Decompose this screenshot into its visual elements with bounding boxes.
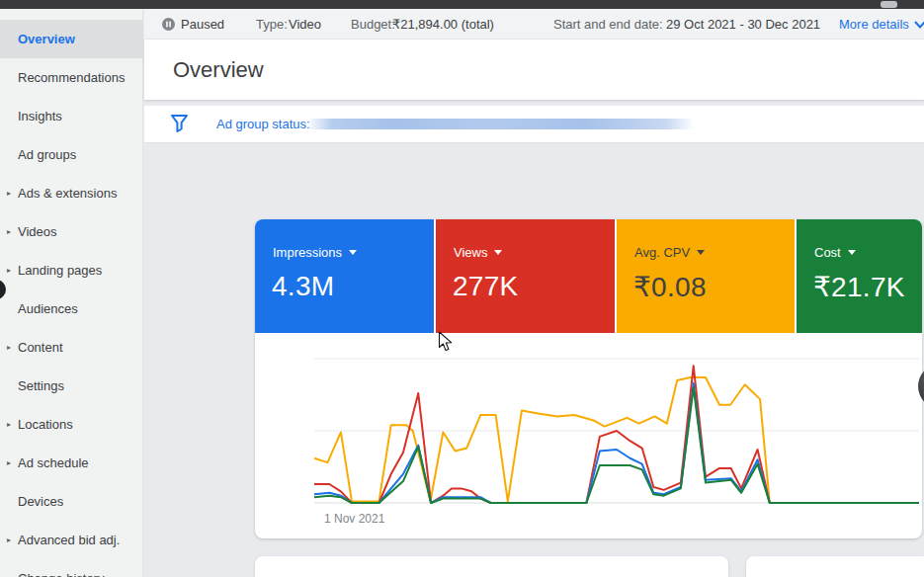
chevron-down-icon	[494, 250, 502, 255]
sidebar-item-overview[interactable]: Overview	[0, 20, 143, 58]
filter-value-redacted[interactable]	[309, 119, 693, 129]
sidebar-item-insights[interactable]: Insights	[0, 97, 143, 135]
sidebar-item-label: Devices	[18, 494, 63, 509]
budget-label: Budget:	[351, 17, 395, 32]
sidebar-item-label: Ad schedule	[18, 455, 89, 470]
sidebar: OverviewRecommendationsInsightsAd groups…	[0, 9, 143, 577]
sidebar-item-label: Landing pages	[18, 263, 102, 278]
type-label: Type:	[256, 17, 288, 32]
date-range-value: 29 Oct 2021 - 30 Dec 2021	[666, 17, 820, 32]
chart-line-avg-cpv	[314, 377, 919, 503]
page-title: Overview	[173, 57, 264, 83]
chart-plot	[314, 359, 919, 503]
bottom-card-right	[746, 556, 924, 577]
sidebar-item-label: Locations	[18, 417, 73, 432]
window-top-bar	[0, 0, 924, 9]
sidebar-item-advanced-bid-adj[interactable]: ▸Advanced bid adj.	[0, 521, 143, 559]
mouse-cursor-icon	[438, 331, 453, 352]
scorecard-value: 4.3M	[272, 271, 334, 302]
chevron-right-icon[interactable]: ▸	[7, 189, 11, 198]
scorecard-value: ₹21.7K	[813, 271, 905, 303]
scorecard-label: Views	[454, 245, 487, 260]
chevron-right-icon[interactable]: ▸	[7, 536, 11, 544]
sidebar-item-videos[interactable]: ▸Videos	[0, 212, 143, 251]
sidebar-item-label: Ad groups	[18, 147, 76, 162]
overview-chart	[314, 359, 919, 503]
chart-area: 1 Nov 2021	[255, 333, 922, 538]
chevron-right-icon[interactable]: ▸	[7, 227, 11, 236]
sidebar-item-landing-pages[interactable]: ▸Landing pages	[0, 251, 143, 289]
sidebar-item-label: Advanced bid adj.	[18, 533, 120, 547]
scorecard-value: 277K	[453, 271, 519, 302]
scorecard-metric-selector[interactable]: Impressions	[273, 245, 357, 260]
filter-label[interactable]: Ad group status:	[216, 117, 310, 131]
sidebar-item-ad-schedule[interactable]: ▸Ad schedule	[0, 444, 143, 482]
sidebar-item-label: Recommendations	[18, 70, 125, 85]
sidebar-item-label: Settings	[18, 378, 64, 393]
scorecard-metric-selector[interactable]: Avg. CPV	[634, 245, 705, 260]
sidebar-item-ads-extensions[interactable]: ▸Ads & extensions	[0, 174, 143, 212]
scorecard-label: Impressions	[273, 245, 342, 260]
sidebar-item-devices[interactable]: Devices	[0, 482, 143, 521]
sidebar-item-label: Videos	[18, 224, 57, 239]
chevron-down-icon	[349, 250, 357, 255]
type-value: Video	[289, 17, 321, 32]
chevron-right-icon[interactable]: ▸	[7, 266, 11, 275]
bottom-card-left	[255, 556, 728, 577]
chart-line-views	[314, 366, 919, 503]
chevron-right-icon[interactable]: ▸	[7, 458, 11, 467]
scorecard-cost: Cost₹21.7K	[797, 219, 922, 333]
scorecard-value: ₹0.08	[633, 271, 707, 303]
scorecard-label: Avg. CPV	[634, 245, 690, 260]
sidebar-item-label: Overview	[18, 32, 75, 46]
scorecard-impressions: Impressions4.3M	[255, 219, 434, 333]
sidebar-item-label: Content	[18, 340, 63, 355]
chevron-down-icon[interactable]	[914, 21, 924, 29]
date-range-label: Start and end date:	[553, 17, 663, 32]
sidebar-item-label: Change history	[18, 571, 104, 577]
scorecard-label: Cost	[814, 245, 841, 260]
page-title-bar: Overview	[144, 40, 924, 100]
scorecard-metric-selector[interactable]: Views	[454, 245, 502, 260]
sidebar-item-ad-groups[interactable]: Ad groups	[0, 135, 143, 174]
sidebar-item-locations[interactable]: ▸Locations	[0, 405, 143, 444]
sidebar-item-label: Ads & extensions	[18, 186, 117, 201]
campaign-info-bar: Paused Type: Video Budget: ₹21,894.00 (t…	[144, 9, 924, 40]
chevron-right-icon[interactable]: ▸	[7, 343, 11, 352]
scorecard-views: Views277K	[436, 219, 615, 333]
chevron-down-icon	[697, 250, 705, 255]
campaign-status: Paused	[181, 17, 224, 32]
sidebar-item-change-history[interactable]: Change history	[0, 559, 143, 577]
pause-icon	[162, 18, 175, 31]
google-ads-overview-screen: OverviewRecommendationsInsightsAd groups…	[0, 0, 924, 577]
filter-funnel-icon[interactable]	[171, 115, 188, 132]
horizontal-scrollbar-thumb[interactable]	[881, 1, 897, 8]
chevron-right-icon[interactable]: ▸	[7, 420, 11, 429]
budget-value: ₹21,894.00 (total)	[392, 17, 494, 32]
scorecard-avg-cpv: Avg. CPV₹0.08	[617, 219, 795, 333]
more-details-link[interactable]: More details	[839, 17, 909, 32]
x-axis-start-label: 1 Nov 2021	[324, 512, 384, 526]
overview-chart-card: Impressions4.3MViews277KAvg. CPV₹0.08Cos…	[255, 219, 922, 538]
sidebar-item-settings[interactable]: Settings	[0, 367, 143, 405]
sidebar-item-label: Insights	[18, 109, 62, 124]
filter-bar: Ad group status:	[144, 106, 924, 143]
scorecard-metric-selector[interactable]: Cost	[814, 245, 856, 260]
sidebar-item-recommendations[interactable]: Recommendations	[0, 58, 143, 97]
sidebar-item-label: Audiences	[18, 301, 78, 316]
sidebar-item-audiences[interactable]: Audiences	[0, 289, 143, 328]
sidebar-item-content[interactable]: ▸Content	[0, 328, 143, 367]
scorecard-row: Impressions4.3MViews277KAvg. CPV₹0.08Cos…	[255, 219, 922, 333]
chevron-down-icon	[848, 250, 856, 255]
